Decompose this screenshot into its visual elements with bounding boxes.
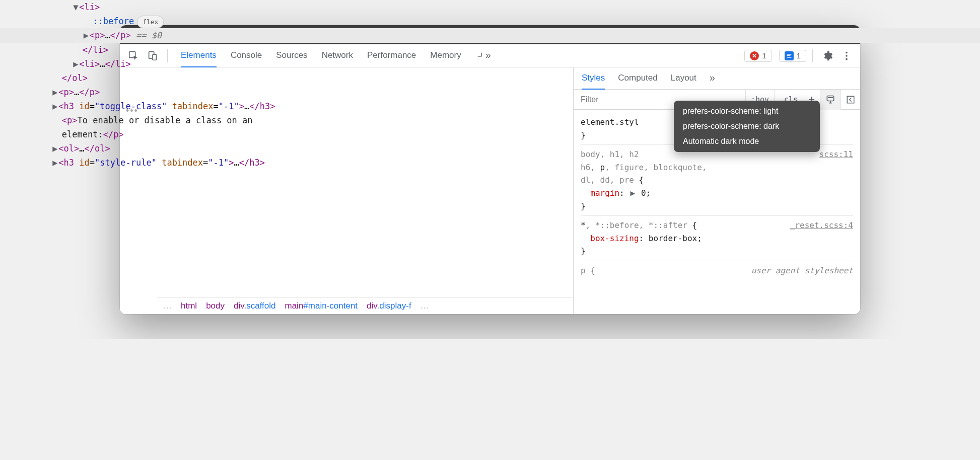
menu-item-auto-dark[interactable]: Automatic dark mode	[674, 134, 820, 149]
menu-item-prefers-light[interactable]: prefers-color-scheme: light	[674, 104, 820, 119]
user-agent-label: user agent stylesheet	[751, 264, 853, 277]
tab-computed[interactable]: Computed	[618, 67, 657, 90]
css-value[interactable]: 0	[641, 188, 646, 198]
menu-item-prefers-dark[interactable]: prefers-color-scheme: dark	[674, 119, 820, 134]
style-rule[interactable]: scss:11 body, h1, h2 h6, p, figure, bloc…	[581, 145, 853, 216]
rendering-emulations-button[interactable]	[820, 90, 841, 110]
styles-panel: Styles Computed Layout » :hov .cls +	[573, 67, 860, 314]
source-link[interactable]: scss:11	[819, 148, 853, 161]
style-rule[interactable]: user agent stylesheet p {	[581, 261, 853, 280]
css-property[interactable]: box-sizing	[590, 234, 639, 243]
svg-rect-7	[847, 96, 854, 103]
styles-tabs-overflow[interactable]: »	[710, 67, 715, 90]
selector: p {	[581, 266, 595, 275]
css-value[interactable]: border-box	[649, 234, 697, 243]
computed-toggle-button[interactable]	[841, 90, 860, 110]
dom-line[interactable]: </li>	[120, 43, 860, 57]
devtools-body: ••• ▼<li> ::beforeflex ▶<p>…</p> == $0 <…	[120, 67, 860, 314]
css-property[interactable]: margin	[590, 188, 619, 198]
style-rule[interactable]: _reset.scss:4 *, *::before, *::after { b…	[581, 216, 853, 261]
tab-styles[interactable]: Styles	[582, 67, 605, 90]
source-link[interactable]: _reset.scss:4	[790, 219, 853, 232]
rendering-emulations-menu: prefers-color-scheme: light prefers-colo…	[674, 101, 820, 152]
selector: body, h1, h2	[581, 149, 639, 159]
svg-rect-6	[827, 96, 833, 101]
tab-layout[interactable]: Layout	[671, 67, 696, 90]
selector: element.styl	[581, 117, 639, 127]
devtools-window: DevTools - localhost:8080/docs/devtools/…	[120, 25, 860, 314]
dom-line-selected[interactable]: ▶<p>…</p> == $0	[120, 28, 860, 42]
styles-tabs: Styles Computed Layout »	[574, 67, 860, 90]
